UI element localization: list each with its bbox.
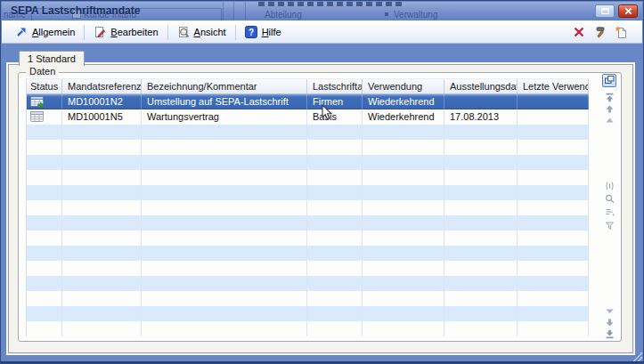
ghost-bullet <box>385 12 388 16</box>
ghost-verwaltung-label: Verwaltung <box>394 10 437 20</box>
empty-cell <box>518 246 589 261</box>
empty-cell <box>518 215 589 231</box>
resize-grip[interactable] <box>633 352 642 361</box>
column-header-status[interactable]: Status <box>27 79 62 93</box>
empty-cell <box>307 231 363 246</box>
page-down-icon[interactable] <box>605 306 615 316</box>
svg-text:?: ? <box>249 28 254 37</box>
mandates-table: StatusMandatsreferenzBezeichnung/Komment… <box>26 78 589 336</box>
empty-cell <box>444 140 518 155</box>
empty-cell <box>62 170 142 185</box>
close-button[interactable] <box>618 4 638 18</box>
empty-row <box>27 291 589 306</box>
empty-cell <box>27 321 62 336</box>
toolbar-button-ansicht[interactable]: Ansicht <box>171 24 232 40</box>
toolbar-button-allgemein[interactable]: Allgemein <box>9 24 81 40</box>
toolbar-button-hilfe[interactable]: ?Hilfe <box>239 24 288 40</box>
scroll-bottom-icon[interactable] <box>605 329 615 339</box>
hammer-icon[interactable] <box>593 26 607 39</box>
empty-cell <box>142 170 307 185</box>
column-header-bezeichnung-kommentar[interactable]: Bezeichnung/Kommentar <box>142 79 307 93</box>
cell <box>518 94 589 109</box>
new-document-icon[interactable] <box>615 26 628 39</box>
cell: MD10001N5 <box>62 109 142 125</box>
status-cell <box>27 109 62 125</box>
cell: Umstellung auf SEPA-Lastschrift <box>142 94 307 109</box>
empty-cell <box>518 200 589 215</box>
table-row[interactable]: MD10001N2Umstellung auf SEPA-Lastschrift… <box>27 94 589 109</box>
empty-cell <box>363 321 444 336</box>
row-down-icon[interactable] <box>605 318 615 328</box>
column-header-mandatsreferenz[interactable]: Mandatsreferenz <box>62 79 142 93</box>
tab-standard[interactable]: 1 Standard <box>19 51 85 66</box>
page-up-icon[interactable] <box>605 116 615 125</box>
empty-cell <box>27 170 62 185</box>
empty-cell <box>363 246 444 261</box>
empty-cell <box>444 155 518 170</box>
scroll-top-icon[interactable] <box>605 93 615 102</box>
empty-cell <box>27 200 62 215</box>
empty-cell <box>27 276 62 291</box>
empty-cell <box>518 291 589 306</box>
empty-cell <box>142 276 307 291</box>
empty-cell <box>27 291 62 306</box>
empty-row <box>27 276 589 291</box>
column-header-lastschriftart[interactable]: Lastschriftart <box>307 79 363 93</box>
empty-cell <box>307 261 363 276</box>
empty-cell <box>444 215 518 231</box>
empty-row <box>27 155 589 170</box>
table-row[interactable]: MD10001N5WartungsvertragBasisWiederkehre… <box>27 109 589 125</box>
toolbar-button-label: Bearbeiten <box>110 27 158 37</box>
cell: Firmen <box>307 94 363 109</box>
empty-cell <box>518 155 589 170</box>
row-up-icon[interactable] <box>605 104 615 114</box>
empty-cell <box>142 246 307 261</box>
empty-cell <box>363 170 444 185</box>
sepa-window: name Kunde Inland Abteilung Verwaltung S… <box>0 0 644 364</box>
column-select-button[interactable] <box>602 74 616 87</box>
empty-cell <box>27 155 62 170</box>
column-width-icon[interactable] <box>605 181 615 190</box>
empty-cell <box>27 246 62 261</box>
table-header-row: StatusMandatsreferenzBezeichnung/Komment… <box>27 78 589 94</box>
delete-icon[interactable] <box>572 26 585 39</box>
empty-cell <box>62 246 142 261</box>
search-icon[interactable] <box>605 194 615 204</box>
empty-cell <box>27 306 62 321</box>
empty-cell <box>363 185 444 200</box>
empty-cell <box>363 306 444 321</box>
empty-cell <box>307 140 363 155</box>
empty-row <box>27 306 589 321</box>
ghost-divider <box>223 2 224 20</box>
sort-icon[interactable] <box>605 207 615 217</box>
empty-row <box>27 261 589 276</box>
empty-row <box>27 140 589 155</box>
titlebar[interactable]: name Kunde Inland Abteilung Verwaltung S… <box>2 2 642 20</box>
empty-cell <box>518 321 589 336</box>
empty-cell <box>27 231 62 246</box>
toolbar-menu-group: AllgemeinBearbeitenAnsicht?Hilfe <box>2 24 288 40</box>
toolbar-button-bearbeiten[interactable]: Bearbeiten <box>87 24 164 40</box>
empty-cell <box>142 155 307 170</box>
table-body: MD10001N2Umstellung auf SEPA-Lastschrift… <box>27 94 589 336</box>
empty-cell <box>518 125 589 140</box>
column-header-verwendung[interactable]: Verwendung <box>363 79 444 93</box>
empty-cell <box>444 306 518 321</box>
filter-icon[interactable] <box>605 221 615 231</box>
empty-cell <box>307 276 363 291</box>
restore-button[interactable] <box>595 4 615 18</box>
empty-cell <box>444 231 518 246</box>
empty-cell <box>518 276 589 291</box>
column-header-ausstellungsdatum[interactable]: Ausstellungsdatum <box>444 79 518 93</box>
column-header-letzte-verwendung[interactable]: Letzte Verwendung <box>518 79 589 93</box>
empty-cell <box>444 125 518 140</box>
empty-cell <box>62 155 142 170</box>
empty-cell <box>62 215 142 231</box>
empty-cell <box>62 200 142 215</box>
empty-cell <box>142 125 307 140</box>
cell: Wiederkehrend <box>363 109 444 125</box>
empty-cell <box>518 261 589 276</box>
empty-cell <box>142 261 307 276</box>
table-side-toolbar <box>598 73 621 339</box>
empty-cell <box>363 200 444 215</box>
